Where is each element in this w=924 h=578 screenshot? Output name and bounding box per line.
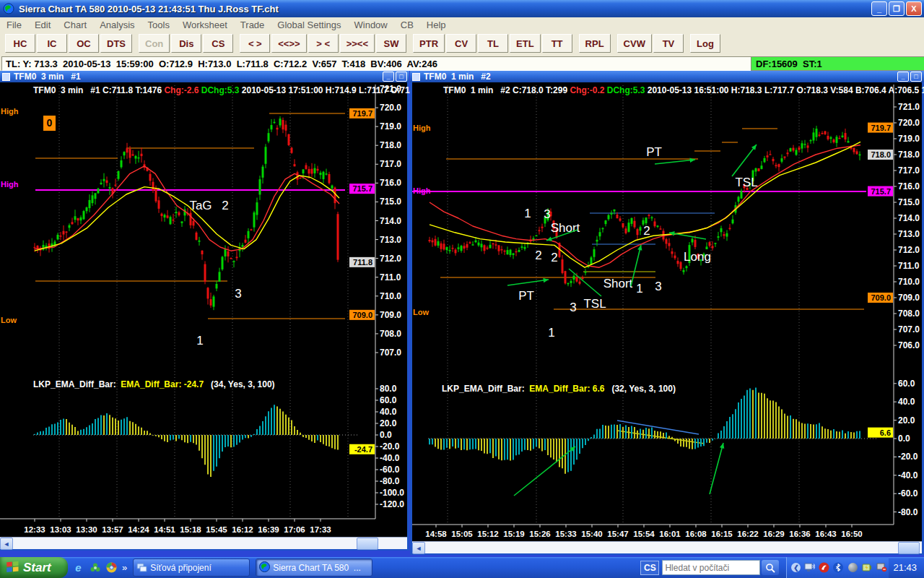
indicator-label: LKP_EMA_Diff_Bar: EMA_Diff_Bar: -24.7 (3… bbox=[33, 379, 275, 389]
toolbar-button-tv[interactable]: TV bbox=[653, 34, 684, 53]
antivirus-icon[interactable] bbox=[818, 562, 829, 574]
svg-text:715.0: 715.0 bbox=[380, 197, 401, 207]
toolbar-button-con[interactable]: Con bbox=[139, 34, 170, 53]
svg-text:3: 3 bbox=[570, 301, 576, 314]
close-button[interactable]: X bbox=[906, 1, 922, 16]
toolbar-group: < ><<>>> <>><<SW bbox=[240, 34, 408, 53]
svg-text:16:01: 16:01 bbox=[659, 530, 681, 538]
svg-text:709.0: 709.0 bbox=[380, 310, 401, 320]
bluetooth-icon[interactable] bbox=[832, 562, 844, 574]
toolbar-button-log[interactable]: Log bbox=[690, 34, 720, 53]
task-button-network[interactable]: Síťová připojení bbox=[133, 558, 250, 577]
collapse-chevron-icon[interactable]: ❮ bbox=[791, 563, 801, 572]
chart-hscrollbar[interactable]: ◄ bbox=[412, 541, 922, 553]
search-button[interactable] bbox=[762, 560, 779, 575]
chart-hscrollbar[interactable]: ◄ bbox=[0, 537, 407, 549]
toolbar-button-cs[interactable]: CS bbox=[203, 34, 233, 53]
app-titlebar[interactable]: Sierra Chart TA 580 2010-05-13 21:43:51 … bbox=[0, 0, 924, 17]
svg-text:13:03: 13:03 bbox=[50, 525, 71, 534]
start-button[interactable]: Start bbox=[0, 557, 68, 578]
svg-text:3: 3 bbox=[544, 207, 550, 221]
restore-button[interactable]: ❐ bbox=[889, 1, 905, 16]
svg-text:708.0: 708.0 bbox=[380, 329, 401, 339]
toolbar-button-[interactable]: > < bbox=[308, 34, 339, 53]
svg-text:6.6: 6.6 bbox=[880, 428, 891, 437]
desktop: Sierra Chart TA 580 2010-05-13 21:43:51 … bbox=[0, 0, 924, 578]
browser-ball-icon[interactable] bbox=[105, 561, 118, 574]
svg-text:16:29: 16:29 bbox=[763, 530, 784, 538]
svg-text:712.0: 712.0 bbox=[380, 254, 401, 264]
search-input[interactable] bbox=[662, 560, 760, 575]
time-axis[interactable]: 14:5815:0515:1215:1915:2615:3315:4015:47… bbox=[425, 525, 862, 538]
toolbar-button-dts[interactable]: DTS bbox=[100, 34, 132, 53]
scroll-left-button[interactable]: ◄ bbox=[0, 538, 13, 550]
toolbar-button-dis[interactable]: Dis bbox=[171, 34, 201, 53]
toolbar-button-etl[interactable]: ETL bbox=[510, 34, 541, 53]
chart-window-titlebar[interactable]: TFM0 1 min #2_□ bbox=[410, 71, 924, 82]
svg-text:20.0: 20.0 bbox=[898, 415, 915, 426]
svg-text:720.0: 720.0 bbox=[898, 118, 920, 128]
toolbar-button-tt[interactable]: TT bbox=[542, 34, 572, 53]
menu-item-global-settings[interactable]: Global Settings bbox=[271, 18, 347, 32]
chart-minimize-button[interactable]: _ bbox=[897, 72, 909, 82]
svg-text:718.0: 718.0 bbox=[380, 140, 401, 150]
menu-item-window[interactable]: Window bbox=[348, 18, 394, 32]
svg-text:706.0: 706.0 bbox=[898, 340, 920, 350]
chart-window-titlebar[interactable]: TFM0 3 min #1_□ bbox=[0, 71, 409, 82]
toolbar-button-hc[interactable]: HC bbox=[5, 34, 35, 53]
menu-item-file[interactable]: File bbox=[0, 18, 28, 32]
sphere-icon[interactable] bbox=[847, 562, 858, 574]
menu-item-cb[interactable]: CB bbox=[394, 18, 420, 32]
task-button-globe[interactable]: Sierra Chart TA 580 ... bbox=[256, 558, 372, 577]
ie-icon[interactable]: e bbox=[72, 561, 84, 574]
toolbar-button-ic[interactable]: IC bbox=[37, 34, 67, 53]
menu-item-trade[interactable]: Trade bbox=[234, 18, 271, 32]
toolbar-button-rpl[interactable]: RPL bbox=[579, 34, 611, 53]
toolbar-button-ptr[interactable]: PTR bbox=[413, 34, 445, 53]
chart-minimize-button[interactable]: _ bbox=[383, 72, 394, 82]
chart-maximize-button[interactable]: □ bbox=[396, 72, 407, 82]
magnifier-icon bbox=[765, 563, 775, 573]
chart-maximize-button[interactable]: □ bbox=[910, 72, 922, 82]
launcher-flower-icon[interactable] bbox=[89, 561, 101, 574]
price-badges: 719.7718.0715.7709.06.6 bbox=[868, 123, 893, 438]
toolbar-button-cv[interactable]: CV bbox=[446, 34, 476, 53]
toolbar-button-tl[interactable]: TL bbox=[478, 34, 508, 53]
minimize-button[interactable]: _ bbox=[871, 1, 887, 16]
svg-text:711.8: 711.8 bbox=[353, 258, 372, 267]
menu-item-edit[interactable]: Edit bbox=[28, 18, 57, 32]
menu-item-help[interactable]: Help bbox=[420, 18, 453, 32]
svg-text:Low: Low bbox=[413, 308, 429, 316]
language-indicator[interactable]: CS bbox=[640, 561, 659, 575]
time-axis[interactable]: 12:3313:0313:3013:5714:2414:5115:1815:45… bbox=[24, 519, 331, 534]
menu-item-worksheet[interactable]: Worksheet bbox=[176, 18, 234, 32]
grid-lines bbox=[33, 85, 358, 519]
svg-text:715.7: 715.7 bbox=[352, 184, 372, 193]
toolbar-button-cvw[interactable]: CVW bbox=[617, 34, 652, 53]
menu-item-chart[interactable]: Chart bbox=[57, 18, 93, 32]
battery-icon[interactable] bbox=[861, 562, 873, 574]
svg-text:TSL: TSL bbox=[583, 297, 606, 311]
toolbar-button-sw[interactable]: SW bbox=[376, 34, 406, 53]
overflow-chevron-icon[interactable]: » bbox=[122, 562, 127, 573]
scroll-thumb[interactable] bbox=[357, 538, 378, 550]
offline-status-icon[interactable] bbox=[876, 562, 887, 574]
annotation-texts[interactable]: TaG231 bbox=[189, 199, 241, 348]
chart-canvas-1[interactable]: 721.0720.0719.0718.0717.0716.0715.0714.0… bbox=[0, 82, 407, 537]
toolbar-button-[interactable]: >><< bbox=[340, 34, 375, 53]
svg-text:709.0: 709.0 bbox=[898, 293, 920, 303]
toolbar-button-[interactable]: <<>> bbox=[271, 34, 306, 53]
toolbar-button-oc[interactable]: OC bbox=[69, 34, 99, 53]
scroll-left-button[interactable]: ◄ bbox=[412, 542, 425, 554]
annotation-texts[interactable]: PTTSL13Short222Short13LongPTTSL31 bbox=[518, 145, 757, 340]
chart-canvas-2[interactable]: 721.0720.0719.0718.0717.0716.0715.0714.0… bbox=[412, 82, 922, 541]
svg-text:15:19: 15:19 bbox=[503, 530, 524, 538]
quick-launch: e bbox=[68, 561, 118, 574]
display-icon[interactable] bbox=[803, 562, 815, 574]
scroll-thumb[interactable] bbox=[898, 542, 920, 554]
menu-item-tools[interactable]: Tools bbox=[141, 18, 176, 32]
svg-text:15:40: 15:40 bbox=[581, 530, 602, 538]
taskbar-clock[interactable]: 21:43 bbox=[893, 562, 917, 573]
toolbar-button-[interactable]: < > bbox=[240, 34, 270, 53]
menu-item-analysis[interactable]: Analysis bbox=[93, 18, 141, 32]
